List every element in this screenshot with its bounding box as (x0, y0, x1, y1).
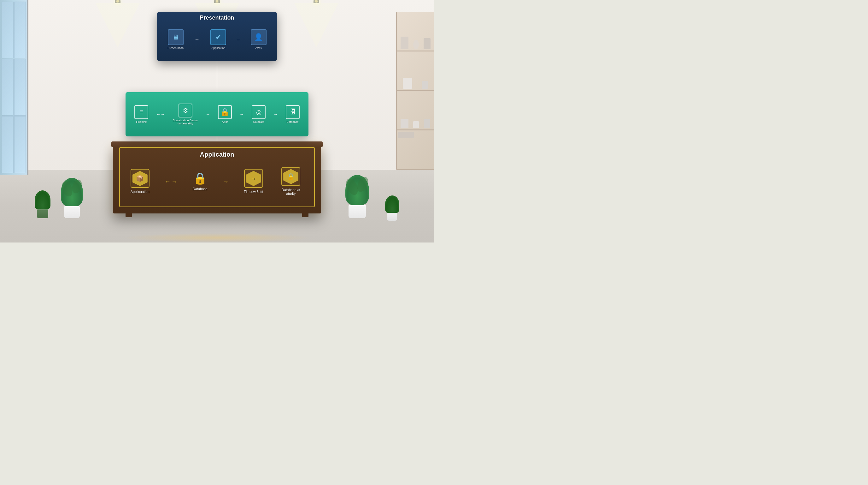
presentation-item-3: 👤 AWS (251, 29, 267, 50)
table-leg-left (126, 213, 132, 217)
app-label-4: Database at aturity (278, 188, 303, 196)
plant-left-small (35, 191, 51, 218)
arrow-right-icon: → (246, 171, 261, 186)
lock-icon-2: 🔒 (193, 172, 207, 185)
middle-label-1: Fireicine (136, 120, 147, 123)
presentation-label-3: AWS (255, 47, 261, 50)
bidirectional-arrow: ←→ (164, 178, 178, 185)
presentation-layer: Presentation 🖥 Presentation → ✔ Applicat… (157, 12, 277, 61)
app-label-3: Fir slow 5ulft (244, 190, 264, 194)
db-icon-1: 🗄 (286, 105, 300, 119)
middle-label-2: Scalalization Destor umdessirility (173, 119, 198, 125)
presentation-label-2: Application (211, 47, 225, 50)
presentation-item-2: ✔ Application (210, 29, 226, 50)
table-glow (122, 233, 312, 242)
app-layer-item-2: 🔒 Database (193, 172, 208, 191)
presentation-title: Presentation (162, 15, 272, 21)
package-icon: 📦 (132, 171, 148, 186)
arrow-1: → (195, 37, 200, 42)
monitor-icon: ◎ (252, 105, 266, 119)
right-arrow: → (222, 178, 229, 185)
up-arrow: ↑ (216, 150, 218, 155)
lock-icon-1: 🔒 (218, 105, 232, 119)
ceiling-light-left (96, 0, 140, 47)
right-bookshelf (396, 12, 434, 170)
plant-right-large (345, 175, 369, 218)
middle-label-4: Safaliate (253, 120, 264, 123)
app-label-1: Applicaation (131, 190, 150, 194)
arrow-right-1: → (206, 112, 210, 117)
plant-right-small (385, 196, 399, 221)
presentation-item-1: 🖥 Presentation (167, 29, 184, 50)
app-icon-box-1: 📦 (131, 169, 150, 188)
room-background: Presentation 🖥 Presentation → ✔ Applicat… (0, 0, 434, 242)
app-layer-item-3: → Fir slow 5ulft (244, 169, 264, 194)
middle-item-3: 🔒 Apor (218, 105, 232, 123)
left-window (0, 0, 28, 175)
down-arrow-2: ↓ (216, 87, 218, 91)
arrow-right-3: → (274, 112, 278, 117)
application-icon: ✔ (210, 29, 226, 45)
plant-left-large (61, 178, 83, 218)
db-security-icon: 🔒 (283, 169, 299, 184)
app-layer-item-4: 🔒 Database at aturity (278, 167, 303, 196)
firewall-icon: ≡ (134, 105, 148, 119)
app-label-2: Database (193, 187, 208, 191)
aws-icon: 👤 (251, 29, 267, 45)
scaling-icon: ⚙ (179, 104, 192, 117)
middle-layer: ↓ ≡ Fireicine ←→ ⚙ Scalalization Destor … (126, 92, 308, 136)
middle-label-5: Database (286, 120, 299, 123)
down-arrow-1: ↓ (216, 62, 218, 67)
ceiling-light-right (294, 0, 338, 47)
presentation-label-1: Presentation (167, 47, 184, 50)
arrows-lr: ←→ (156, 112, 165, 117)
middle-item-4: ◎ Safaliate (252, 105, 266, 123)
app-icon-box-3: → (244, 169, 263, 188)
dash-1: – (237, 37, 240, 42)
middle-item-1: ≡ Fireicine (134, 105, 148, 123)
middle-item-5: 🗄 Database (286, 105, 300, 123)
table-leg-right (302, 213, 308, 217)
middle-item-2: ⚙ Scalalization Destor umdessirility (173, 104, 198, 125)
middle-label-3: Apor (222, 120, 228, 123)
application-layer: Application 📦 Applicaation ←→ 🔒 Database (119, 147, 315, 207)
app-icon-box-4: 🔒 (281, 167, 300, 186)
arrow-right-2: → (240, 112, 244, 117)
presentation-icon: 🖥 (168, 29, 184, 45)
app-layer-item-1: 📦 Applicaation (131, 169, 150, 194)
